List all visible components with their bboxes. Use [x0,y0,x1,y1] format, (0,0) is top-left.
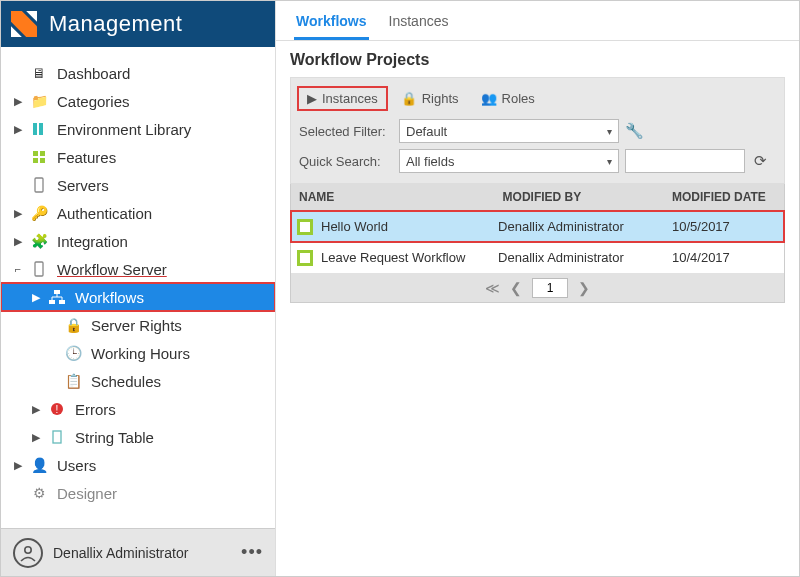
svg-rect-4 [39,123,43,135]
nav-dashboard[interactable]: 🖥Dashboard [1,59,275,87]
chevron-right-icon[interactable]: ▶ [11,207,25,220]
nav-authentication[interactable]: ▶🔑Authentication [1,199,275,227]
col-name-header[interactable]: NAME [291,184,495,210]
svg-rect-21 [300,253,310,263]
sidebar: Management 🖥Dashboard ▶📁Categories ▶Envi… [1,1,276,576]
roles-button[interactable]: 👥Roles [472,86,544,111]
instances-button[interactable]: ▶Instances [297,86,388,111]
rights-button[interactable]: 🔒Rights [392,86,468,111]
server-icon [29,260,49,278]
chevron-right-icon[interactable]: ▶ [11,95,25,108]
chevron-right-icon[interactable]: ▶ [29,431,43,444]
selected-filter-select[interactable]: Default▾ [399,119,619,143]
dashboard-icon: 🖥 [29,64,49,82]
designer-icon: ⚙ [29,484,49,502]
library-icon [29,120,49,138]
chevron-right-icon[interactable]: ▶ [11,123,25,136]
roles-icon: 👥 [481,91,497,106]
tab-bar: Workflows Instances [276,1,799,41]
nav-workflow-server[interactable]: ⌐Workflow Server [1,255,275,283]
quick-search-input[interactable] [625,149,745,173]
col-modified-date-header[interactable]: MODIFIED DATE [664,184,784,210]
more-icon[interactable]: ••• [241,542,263,563]
lock-icon: 🔒 [401,91,417,106]
chevron-right-icon[interactable]: ▶ [11,459,25,472]
puzzle-icon: 🧩 [29,232,49,250]
row-modified-by: Denallix Administrator [490,250,664,265]
nav-users[interactable]: ▶👤Users [1,451,275,479]
svg-rect-12 [49,300,55,304]
filter-row: Selected Filter: Default▾ 🔧 [295,119,780,143]
tab-workflows[interactable]: Workflows [294,9,369,40]
toolbar-actions: ▶Instances 🔒Rights 👥Roles [295,84,780,113]
quick-search-label: Quick Search: [299,154,393,169]
row-modified-by: Denallix Administrator [490,219,664,234]
quick-search-field-select[interactable]: All fields▾ [399,149,619,173]
nav-string-table[interactable]: ▶String Table [1,423,275,451]
nav-integration[interactable]: ▶🧩Integration [1,227,275,255]
key-icon: 🔑 [29,204,49,222]
page-next-button[interactable]: ❯ [578,280,590,296]
lock-icon: 🔒 [63,316,83,334]
svg-rect-3 [33,123,37,135]
nav-categories[interactable]: ▶📁Categories [1,87,275,115]
server-icon [29,176,49,194]
page-number-input[interactable] [532,278,568,298]
nav-schedules[interactable]: 📋Schedules [1,367,275,395]
grid-body: Hello World Denallix Administrator 10/5/… [290,211,785,273]
clock-icon: 🕒 [63,344,83,362]
selected-filter-label: Selected Filter: [299,124,393,139]
row-name: Leave Request Workflow [321,250,465,265]
svg-point-17 [25,546,31,552]
content-area: Workflow Projects ▶Instances 🔒Rights 👥Ro… [276,41,799,313]
logo-icon [11,11,37,37]
svg-rect-11 [54,290,60,294]
string-icon [47,428,67,446]
svg-rect-6 [40,151,45,156]
chevron-right-icon[interactable]: ▶ [29,291,43,304]
avatar-icon[interactable] [13,538,43,568]
current-user: Denallix Administrator [53,545,188,561]
refresh-icon[interactable]: ⟳ [751,152,769,170]
sidebar-header: Management [1,1,275,47]
nav-workflows[interactable]: ▶Workflows [1,283,275,311]
chevron-right-icon[interactable]: ▶ [29,403,43,416]
svg-rect-8 [40,158,45,163]
svg-rect-5 [33,151,38,156]
nav-environment-library[interactable]: ▶Environment Library [1,115,275,143]
nav-working-hours[interactable]: 🕒Working Hours [1,339,275,367]
nav-errors[interactable]: ▶!Errors [1,395,275,423]
svg-text:!: ! [56,404,59,415]
tab-instances[interactable]: Instances [387,9,451,40]
page-prev-button[interactable]: ❮ [510,280,522,296]
nav-features[interactable]: Features [1,143,275,171]
row-name: Hello World [321,219,388,234]
svg-rect-10 [35,262,43,276]
wrench-icon[interactable]: 🔧 [625,122,643,140]
chevron-right-icon[interactable]: ▶ [11,235,25,248]
expanded-icon[interactable]: ⌐ [11,263,25,275]
table-row[interactable]: Hello World Denallix Administrator 10/5/… [291,211,784,242]
svg-rect-7 [33,158,38,163]
svg-rect-19 [300,222,310,232]
quick-search-row: Quick Search: All fields▾ ⟳ [295,149,780,173]
schedule-icon: 📋 [63,372,83,390]
workflow-item-icon [297,250,313,266]
svg-rect-9 [35,178,43,192]
chevron-down-icon: ▾ [607,156,612,167]
nav-tree: 🖥Dashboard ▶📁Categories ▶Environment Lib… [1,47,275,528]
page-first-button[interactable]: ≪ [485,280,500,296]
pager: ≪ ❮ ❯ [290,273,785,303]
sidebar-footer: Denallix Administrator ••• [1,528,275,576]
col-modified-by-header[interactable]: MODIFIED BY [495,184,664,210]
main-panel: Workflows Instances Workflow Projects ▶I… [276,1,799,576]
features-icon [29,148,49,166]
grid-header: NAME MODIFIED BY MODIFIED DATE [290,184,785,211]
nav-servers[interactable]: Servers [1,171,275,199]
nav-server-rights[interactable]: 🔒Server Rights [1,311,275,339]
workflow-item-icon [297,219,313,235]
chevron-down-icon: ▾ [607,126,612,137]
nav-designer[interactable]: ⚙Designer [1,479,275,507]
users-icon: 👤 [29,456,49,474]
table-row[interactable]: Leave Request Workflow Denallix Administ… [291,242,784,273]
